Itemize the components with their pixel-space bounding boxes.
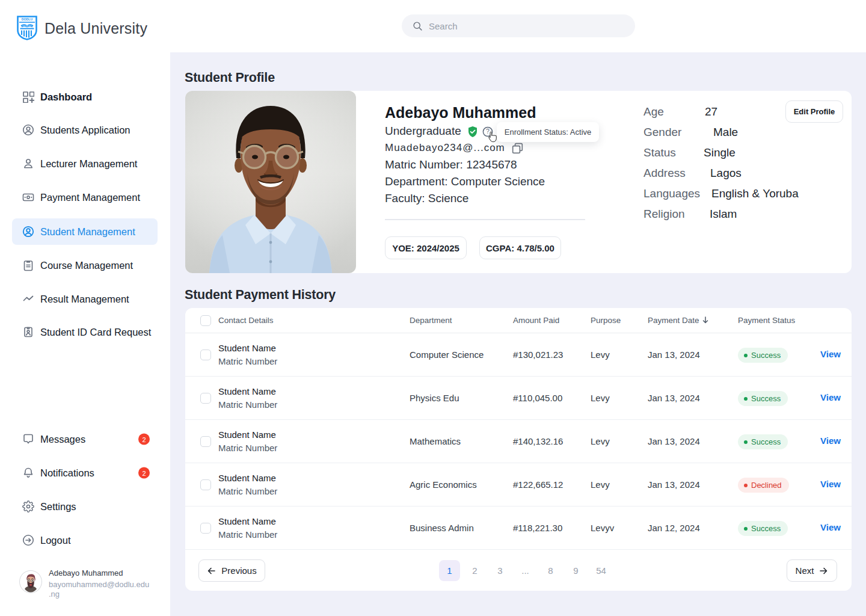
svg-text:DODLU: DODLU bbox=[22, 17, 33, 21]
